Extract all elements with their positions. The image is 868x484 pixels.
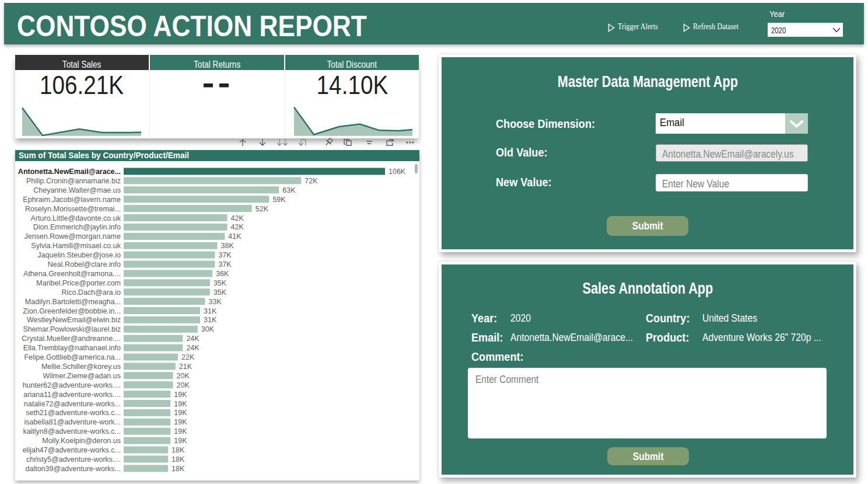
svg-text:19K: 19K bbox=[174, 409, 187, 417]
svg-text:Ephraim.Jacobi@lavern.name: Ephraim.Jacobi@lavern.name bbox=[23, 196, 121, 204]
svg-text:36K: 36K bbox=[216, 270, 229, 278]
svg-text:Shemar.Powlowski@laurel.biz: Shemar.Powlowski@laurel.biz bbox=[23, 325, 121, 333]
svg-text:natalie72@adventure-works...: natalie72@adventure-works... bbox=[24, 400, 121, 408]
svg-text:Antonetta.NewEmail@arace...: Antonetta.NewEmail@arace... bbox=[18, 168, 121, 176]
svg-text:ariana11@adventure-works....: ariana11@adventure-works.... bbox=[23, 391, 121, 399]
svg-text:19K: 19K bbox=[174, 437, 187, 445]
svg-text:20K: 20K bbox=[177, 372, 190, 380]
svg-text:33K: 33K bbox=[209, 298, 222, 306]
svg-text:kaitlyn8@adventure-works.c...: kaitlyn8@adventure-works.c... bbox=[23, 427, 121, 436]
svg-text:42K: 42K bbox=[231, 223, 244, 231]
svg-text:elijah47@adventure-works.c...: elijah47@adventure-works.c... bbox=[23, 446, 121, 454]
svg-text:Jensen.Rowe@morgan.name: Jensen.Rowe@morgan.name bbox=[24, 232, 121, 241]
svg-text:Felipe.Gottlieb@america.na...: Felipe.Gottlieb@america.na... bbox=[24, 353, 121, 361]
svg-text:35K: 35K bbox=[214, 288, 227, 297]
svg-text:35K: 35K bbox=[214, 279, 227, 287]
svg-text:christy5@adventure-works....: christy5@adventure-works.... bbox=[26, 455, 121, 464]
svg-text:21K: 21K bbox=[179, 363, 192, 371]
svg-text:seth21@adventure-works.c...: seth21@adventure-works.c... bbox=[26, 409, 121, 417]
svg-text:18K: 18K bbox=[172, 455, 185, 464]
svg-text:Roselyn.Morissette@tremai...: Roselyn.Morissette@tremai... bbox=[25, 205, 121, 213]
svg-text:Wilmer.Zieme@adan.us: Wilmer.Zieme@adan.us bbox=[43, 372, 121, 380]
svg-text:22K: 22K bbox=[181, 353, 195, 361]
svg-text:Jaquelin.Steuber@jose.io: Jaquelin.Steuber@jose.io bbox=[37, 251, 121, 259]
svg-text:isabella81@adventure-work...: isabella81@adventure-work... bbox=[24, 418, 121, 426]
svg-text:59K: 59K bbox=[272, 196, 286, 204]
svg-text:Zion.Greenfelder@bobbie.in...: Zion.Greenfelder@bobbie.in... bbox=[23, 307, 121, 315]
svg-text:42K: 42K bbox=[231, 214, 244, 222]
svg-text:24K: 24K bbox=[186, 335, 200, 343]
svg-text:19K: 19K bbox=[174, 418, 187, 426]
svg-text:Crystal.Mueller@andreanne....: Crystal.Mueller@andreanne.... bbox=[22, 335, 121, 343]
svg-text:24K: 24K bbox=[186, 344, 200, 352]
svg-text:18K: 18K bbox=[172, 465, 185, 473]
svg-text:63K: 63K bbox=[282, 186, 296, 194]
svg-text:38K: 38K bbox=[221, 242, 235, 250]
svg-text:Cheyanne.Walter@mae.us: Cheyanne.Walter@mae.us bbox=[33, 186, 121, 194]
svg-text:Sylvia.Hamill@misael.co.uk: Sylvia.Hamill@misael.co.uk bbox=[31, 242, 121, 250]
svg-text:18K: 18K bbox=[172, 446, 185, 454]
svg-text:20K: 20K bbox=[177, 381, 190, 389]
svg-text:19K: 19K bbox=[174, 427, 187, 436]
svg-text:41K: 41K bbox=[228, 232, 242, 241]
svg-text:dalton39@adventure-works...: dalton39@adventure-works... bbox=[26, 465, 121, 473]
svg-text:30K: 30K bbox=[201, 325, 215, 333]
svg-text:Mellie.Schiller@korey.us: Mellie.Schiller@korey.us bbox=[41, 363, 121, 371]
svg-text:Arturo.Little@davonte.co.uk: Arturo.Little@davonte.co.uk bbox=[31, 214, 121, 222]
svg-text:WestleyNewEmail@elwin.biz: WestleyNewEmail@elwin.biz bbox=[27, 316, 121, 324]
svg-text:hunter62@adventure-works....: hunter62@adventure-works.... bbox=[23, 381, 121, 389]
svg-text:Ella.Tremblay@nathanael.info: Ella.Tremblay@nathanael.info bbox=[23, 344, 121, 352]
svg-text:Maribel.Price@porter.com: Maribel.Price@porter.com bbox=[36, 279, 121, 287]
svg-text:52K: 52K bbox=[256, 205, 269, 213]
svg-text:37K: 37K bbox=[218, 251, 232, 259]
svg-text:Dion.Emmerich@jaylin.info: Dion.Emmerich@jaylin.info bbox=[33, 223, 121, 231]
svg-text:19K: 19K bbox=[174, 400, 187, 408]
svg-text:Molly.Koelpin@deron.us: Molly.Koelpin@deron.us bbox=[42, 437, 121, 445]
svg-text:Athena.Greenholt@ramona....: Athena.Greenholt@ramona.... bbox=[23, 270, 121, 278]
svg-text:31K: 31K bbox=[204, 316, 217, 324]
svg-text:37K: 37K bbox=[218, 260, 232, 269]
svg-text:19K: 19K bbox=[174, 391, 187, 399]
svg-text:31K: 31K bbox=[204, 307, 217, 315]
svg-text:Madilyn.Bartoletti@meagha...: Madilyn.Bartoletti@meagha... bbox=[25, 298, 121, 306]
svg-text:Neal.Robel@clare.info: Neal.Robel@clare.info bbox=[48, 260, 121, 269]
svg-text:Rico.Dach@ara.io: Rico.Dach@ara.io bbox=[61, 288, 121, 297]
svg-text:106K: 106K bbox=[388, 168, 406, 176]
svg-text:72K: 72K bbox=[304, 177, 318, 185]
svg-text:Philip.Cronin@annamarie.biz: Philip.Cronin@annamarie.biz bbox=[26, 177, 121, 185]
